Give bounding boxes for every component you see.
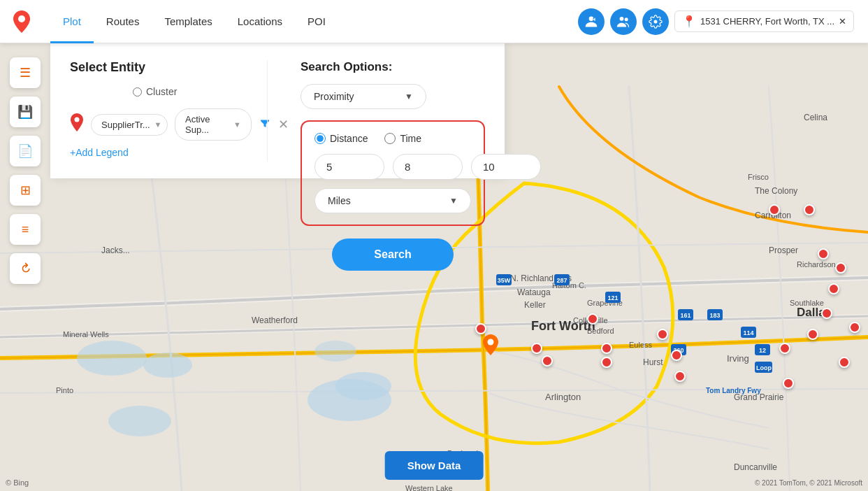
nav-plot[interactable]: Plot [50,0,94,43]
svg-text:12: 12 [759,347,766,354]
location-text: 1531 CHERRY, Fort Worth, TX ... [700,16,834,27]
grid-icon: ⊞ [20,183,31,198]
svg-text:Richardson: Richardson [797,260,836,269]
save-icon: 💾 [17,104,33,120]
sidebar-list-btn[interactable]: ≡ [10,214,41,245]
entity1-dropdown[interactable]: SupplierTr... ▼ [91,114,168,136]
svg-text:Loop: Loop [756,364,772,371]
svg-text:35W: 35W [498,277,511,284]
svg-text:Bedford: Bedford [587,327,614,335]
menu-icon: ☰ [20,65,31,80]
nav-group-icon[interactable] [610,8,637,35]
logo[interactable] [0,9,43,34]
svg-text:Euless: Euless [629,341,653,349]
nav-templates[interactable]: Templates [152,0,224,43]
nav-person-icon[interactable] [578,8,605,35]
nav-settings-icon[interactable] [642,8,669,35]
svg-point-1 [589,16,594,21]
sidebar-doc-btn[interactable]: 📄 [10,136,41,166]
svg-text:Duncanville: Duncanville [734,462,777,472]
svg-point-9 [108,406,171,436]
proximity-dropdown[interactable]: Proximity ▼ [301,84,426,109]
nav-poi[interactable]: POI [295,0,338,43]
distance-radio[interactable] [314,133,326,144]
svg-text:Prosper: Prosper [769,246,798,255]
svg-text:The Colony: The Colony [755,186,797,196]
sidebar-save-btn[interactable]: 💾 [10,97,41,127]
svg-text:Arlington: Arlington [545,392,581,402]
nav-right: 📍 1531 CHERRY, Fort Worth, TX ... ✕ [578,8,860,35]
svg-text:Jacks...: Jacks... [101,246,130,255]
sidebar-menu-btn[interactable]: ☰ [10,57,41,88]
nav-links: Plot Routes Templates Locations POI [50,0,578,43]
distance-time-box: Distance Time Miles ▼ [301,120,485,226]
copyright-text: © 2021 TomTom, © 2021 Microsoft [755,479,862,487]
svg-text:287: 287 [556,277,567,284]
location-bar[interactable]: 📍 1531 CHERRY, Fort Worth, TX ... ✕ [674,10,854,32]
show-data-button[interactable]: Show Data [385,451,484,480]
svg-text:Tom Landry Fwy: Tom Landry Fwy [706,387,761,394]
dt-radio-row: Distance Time [314,133,471,144]
svg-point-0 [18,15,25,22]
svg-text:Irving: Irving [727,353,749,364]
svg-point-11 [314,341,356,362]
add-legend-link[interactable]: +Add Legend [70,147,129,158]
units-chevron: ▼ [449,196,458,206]
svg-point-7 [335,372,391,400]
svg-text:Southlake: Southlake [790,299,824,307]
orange-marker [482,334,499,358]
list-icon: ≡ [22,222,29,237]
select-entity-title: Select Entity [70,60,259,75]
select-entity-section: Select Entity Cluster SupplierTr... ▼ Ac… [70,60,259,159]
svg-text:183: 183 [709,312,720,319]
search-options-title: Search Options: [301,60,485,74]
svg-text:Keller: Keller [524,300,546,310]
svg-text:Frisco: Frisco [748,173,769,181]
svg-point-3 [620,16,624,20]
document-icon: 📄 [17,143,33,159]
filter-icon[interactable] [259,117,271,133]
svg-text:Weatherford: Weatherford [252,315,298,325]
nav-locations[interactable]: Locations [225,0,295,43]
distance-radio-label[interactable]: Distance [314,133,368,144]
svg-point-59 [488,339,494,346]
svg-text:114: 114 [743,329,753,336]
svg-point-4 [625,17,628,21]
search-panel: Select Entity Cluster SupplierTr... ▼ Ac… [50,43,505,178]
location-close-icon[interactable]: ✕ [839,16,846,27]
entity1-chevron: ▼ [154,120,162,129]
entity2-chevron: ▼ [233,120,241,129]
sidebar: ☰ 💾 📄 ⊞ ≡ ↻ [0,43,50,491]
panel-divider [267,60,268,162]
distance-value1-input[interactable] [314,154,384,180]
svg-text:Celina: Celina [804,113,827,122]
refresh-icon: ↻ [16,259,34,278]
distance-value3-input[interactable] [471,154,541,180]
cluster-row: Cluster [70,86,259,97]
svg-text:Western Lake: Western Lake [405,484,453,491]
num-inputs-row [314,154,471,180]
svg-text:161: 161 [680,312,690,319]
sidebar-refresh-btn[interactable]: ↻ [10,253,41,284]
svg-point-60 [75,118,80,122]
time-radio-label[interactable]: Time [384,133,421,144]
svg-point-8 [77,341,147,376]
svg-point-10 [143,353,192,378]
entity2-dropdown[interactable]: Active Sup... ▼ [175,108,252,141]
units-dropdown[interactable]: Miles ▼ [314,188,471,213]
nav-routes[interactable]: Routes [94,0,152,43]
search-button[interactable]: Search [332,239,453,271]
svg-text:Pinto: Pinto [56,386,73,394]
proximity-chevron: ▼ [405,92,413,101]
top-nav: Plot Routes Templates Locations POI 📍 15… [0,0,868,43]
map-pin-icon [70,113,84,136]
distance-value2-input[interactable] [393,154,463,180]
cluster-radio[interactable] [133,87,142,97]
cluster-label[interactable]: Cluster [133,86,177,97]
entity-selects-row: SupplierTr... ▼ Active Sup... ▼ ✕ [70,108,259,141]
svg-text:Hurst: Hurst [643,357,663,367]
sidebar-grid-btn[interactable]: ⊞ [10,175,41,206]
search-options-section: Search Options: Proximity ▼ Distance Tim… [281,60,505,271]
time-radio[interactable] [384,133,396,144]
svg-text:121: 121 [607,294,618,301]
